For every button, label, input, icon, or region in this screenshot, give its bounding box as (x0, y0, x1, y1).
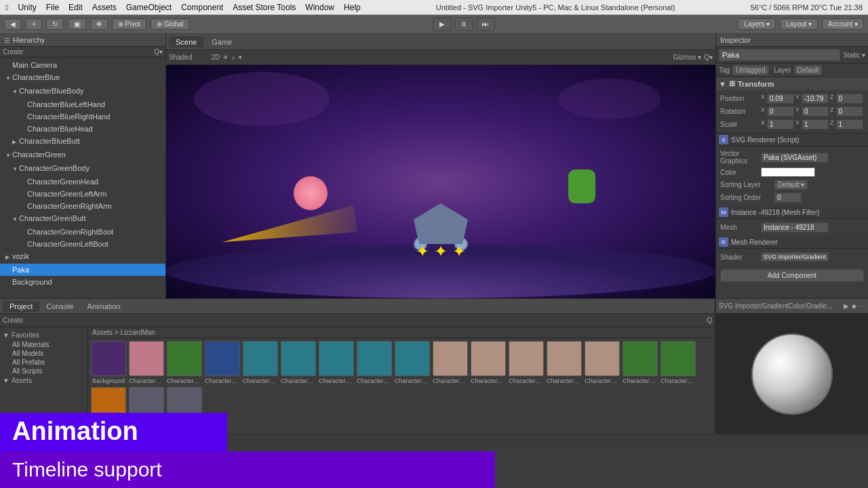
tab-console[interactable]: Console (39, 301, 80, 312)
asset-item[interactable]: CharacterBlu... (395, 341, 430, 384)
scale-x[interactable] (767, 119, 794, 129)
tab-animation[interactable]: Animation (81, 301, 127, 312)
menu-edit[interactable]: Edit (68, 3, 83, 12)
hierarchy-item[interactable]: CharacterGreenLeftArm (0, 188, 165, 200)
rect-btn[interactable]: ▣ (68, 18, 86, 30)
layers-dropdown[interactable]: Layers ▾ (738, 18, 776, 30)
fx-btn[interactable]: ✦ (237, 54, 243, 61)
object-name-input[interactable] (719, 49, 840, 61)
asset-item[interactable]: CharacterGre... (623, 341, 658, 384)
hierarchy-item[interactable]: ▼CharacterGreenBody (0, 162, 165, 176)
asset-item[interactable]: Paka (129, 387, 164, 430)
asset-item[interactable]: CharacterBlu... (281, 341, 316, 384)
hierarchy-item[interactable]: Background (0, 276, 165, 288)
preview-play-btn[interactable]: ▶ (844, 302, 849, 310)
asset-item[interactable]: CharacterBlu... (205, 341, 240, 384)
asset-item[interactable]: CharacterBlu... (357, 341, 392, 384)
all-materials-item[interactable]: All Materials (3, 340, 85, 349)
asset-item[interactable]: CharacterBlu... (129, 341, 164, 384)
preview-more-btn[interactable]: ⋯ (859, 302, 865, 310)
rot-z[interactable] (836, 106, 863, 117)
hierarchy-item[interactable]: Paka (0, 264, 165, 276)
menu-file[interactable]: File (46, 3, 59, 12)
layer-value[interactable]: Default (794, 65, 823, 75)
menu-help[interactable]: Help (344, 3, 361, 12)
asset-item[interactable]: CharacterBlu... (319, 341, 354, 384)
color-swatch[interactable] (761, 167, 815, 177)
add-component-button[interactable]: Add Component (720, 269, 864, 282)
tab-game[interactable]: Game (205, 37, 239, 47)
asset-item[interactable]: CharacterBlu... (167, 341, 202, 384)
preview-stop-btn[interactable]: ■ (852, 302, 856, 310)
asset-item[interactable]: CharacterGre... (660, 341, 696, 384)
global-btn[interactable]: ⊕ Global (151, 18, 190, 30)
asset-item[interactable]: CharacterBlu... (433, 341, 468, 384)
hierarchy-item[interactable]: ▼CharacterGreenButt (0, 212, 165, 226)
menu-window[interactable]: Window (305, 3, 334, 12)
all-scripts-item[interactable]: All Scripts (3, 367, 85, 375)
hierarchy-item[interactable]: ▼CharacterBlueBody (0, 85, 165, 98)
asset-item[interactable]: CharacterGre... (91, 387, 126, 430)
rot-x[interactable] (767, 106, 794, 117)
hierarchy-item[interactable]: CharacterGreenLeftBoot (0, 238, 165, 250)
menu-gameobject[interactable]: GameObject (126, 3, 172, 12)
assets-group[interactable]: ▼ Assets (3, 375, 85, 386)
favorites-group[interactable]: ▼ Favorites (3, 330, 85, 340)
asset-item[interactable]: CharacterBlu... (509, 341, 544, 384)
asset-item[interactable]: CharacterGre... (585, 341, 620, 384)
refresh-btn[interactable]: ↻ (46, 18, 64, 30)
sorting-order-value[interactable] (774, 192, 802, 203)
hierarchy-create-btn[interactable]: Create (3, 48, 23, 56)
layout-dropdown[interactable]: Layout ▾ (780, 18, 818, 30)
2d-btn[interactable]: 2D (211, 54, 220, 61)
transform-header[interactable]: ▼ ⊞ Transform (716, 77, 868, 90)
lighting-btn[interactable]: ☀ (222, 54, 229, 61)
all-models-item[interactable]: All Models (3, 349, 85, 358)
viewport-content[interactable]: ↑ ✦ ✦ ✦ (166, 65, 715, 298)
scene-search[interactable]: Q▾ (704, 54, 713, 61)
tab-scene[interactable]: Scene (169, 37, 203, 47)
pivot-btn[interactable]: ⊕ Pivot (112, 18, 146, 30)
hierarchy-item[interactable]: Main Camera (0, 59, 165, 71)
shader-value[interactable] (761, 252, 829, 262)
project-search[interactable]: Q (707, 317, 712, 324)
hierarchy-item[interactable]: CharacterBlueLeftHand (0, 98, 165, 110)
sorting-layer-value[interactable]: Default ▾ (774, 180, 808, 190)
step-button[interactable]: ⏭ (476, 18, 495, 31)
pos-y[interactable] (802, 94, 829, 104)
mesh-value[interactable] (761, 222, 829, 232)
hierarchy-item[interactable]: ▶CharacterBlueButt (0, 135, 165, 148)
menu-assets[interactable]: Assets (92, 3, 117, 12)
back-btn[interactable]: ◀ (4, 18, 22, 30)
vg-value[interactable] (761, 152, 829, 163)
audio-btn[interactable]: ♪ (231, 54, 235, 61)
menu-asset-store-tools[interactable]: Asset Store Tools (233, 3, 296, 12)
rot-y[interactable] (802, 106, 829, 117)
gizmos-btn[interactable]: Gizmos ▾ (673, 54, 702, 61)
hierarchy-item[interactable]: ▼CharacterGreen (0, 148, 165, 162)
menu-component[interactable]: Component (181, 3, 223, 12)
tag-value[interactable]: Untagged (732, 65, 768, 75)
asset-item[interactable]: CharacterBlu... (243, 341, 278, 384)
add-btn[interactable]: + (26, 18, 42, 30)
hierarchy-item[interactable]: CharacterGreenRightBoot (0, 226, 165, 238)
hierarchy-item[interactable]: CharacterGreenRightArm (0, 200, 165, 212)
project-create-btn[interactable]: Create (3, 317, 23, 324)
scale-z[interactable] (836, 119, 863, 129)
all-prefabs-item[interactable]: All Prefabs (3, 358, 85, 367)
pos-z[interactable] (836, 94, 863, 104)
pos-x[interactable] (767, 94, 794, 104)
apple-menu[interactable]:  (5, 3, 8, 12)
asset-item[interactable]: CharacterBlu... (547, 341, 582, 384)
hierarchy-item[interactable]: CharacterBlueRightHand (0, 110, 165, 123)
asset-item[interactable]: CharacterBlu... (471, 341, 506, 384)
scale-y[interactable] (802, 119, 829, 129)
asset-item[interactable]: Background (91, 341, 126, 384)
hierarchy-item[interactable]: ▼CharacterBlue (0, 71, 165, 85)
hierarchy-item[interactable]: ▶vozik (0, 250, 165, 264)
pause-button[interactable]: ⏸ (454, 18, 473, 31)
hierarchy-search[interactable]: Q▾ (154, 48, 163, 56)
play-button[interactable]: ▶ (433, 18, 452, 31)
move-tool[interactable]: ✥ (90, 18, 108, 30)
asset-item[interactable]: vozik (167, 387, 202, 430)
